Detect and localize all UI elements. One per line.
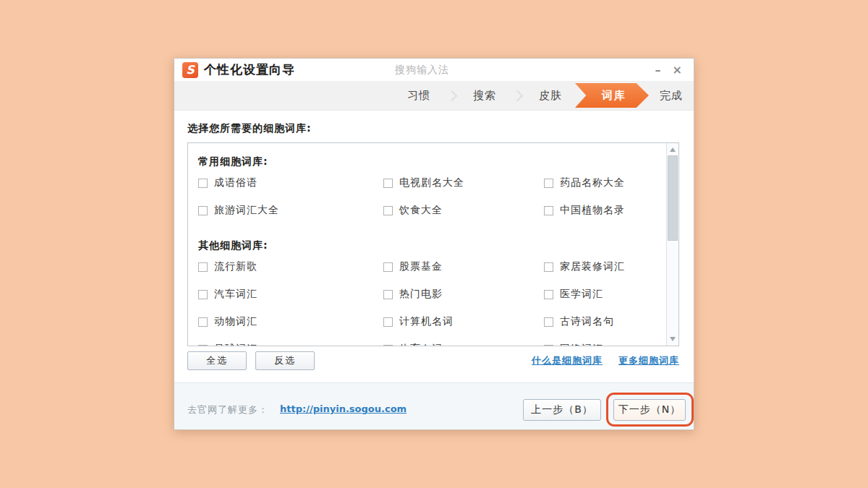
dictionary-option[interactable]: 成语俗语 [198,169,383,197]
dictionary-option-label: 体育名词 [399,343,443,346]
step-lexicon-active[interactable]: 词库 [575,83,649,108]
checkbox-unchecked-icon[interactable] [383,317,393,327]
scroll-down-icon[interactable] [667,333,678,345]
dictionary-option-label: 古诗词名句 [560,315,614,328]
step-skin[interactable]: 皮肤 [527,89,574,103]
dictionary-option[interactable]: 医学词汇 [544,281,666,308]
dictionary-option[interactable]: 电视剧名大全 [383,169,544,197]
dictionary-option[interactable]: 古诗词名句 [544,308,666,335]
checkbox-unchecked-icon[interactable] [544,179,553,188]
title-bar[interactable]: S 个性化设置向导 搜狗输入法 – × [174,59,694,81]
dictionary-option[interactable]: 家居装修词汇 [544,253,666,281]
dictionary-option-label: 网络词汇 [560,343,603,346]
section-title-other: 其他细胞词库: [188,237,666,253]
chevron-right-icon [446,90,458,101]
dictionary-option[interactable]: 体育名词 [383,335,544,346]
checkbox-unchecked-icon[interactable] [383,179,393,188]
dictionary-option[interactable]: 计算机名词 [383,308,544,335]
step-finish[interactable]: 完成 [650,89,692,103]
checkbox-unchecked-icon[interactable] [544,317,553,327]
checkbox-unchecked-icon[interactable] [383,262,393,272]
dictionary-option-label: 旅游词汇大全 [214,204,279,217]
dictionary-option[interactable]: 药品名称大全 [544,169,666,197]
content-area: 选择您所需要的细胞词库: 常用细胞词库: 成语俗语 电视剧名大全 药品名称大全 [174,111,694,384]
previous-step-button[interactable]: 上一步（B） [523,399,601,421]
other-dictionary-grid: 流行新歌 股票基金 家居装修词汇 汽车词汇 热门电影 [188,253,666,335]
checkbox-unchecked-icon[interactable] [383,345,393,347]
dictionary-option[interactable]: 热门电影 [383,281,544,308]
dictionary-option-label: 足球词汇 [214,343,258,346]
step-habits[interactable]: 习惯 [396,89,442,103]
checkbox-unchecked-icon[interactable] [383,290,393,299]
checkbox-unchecked-icon[interactable] [198,345,208,347]
dictionary-option[interactable]: 股票基金 [383,253,544,281]
sogou-logo-icon: S [182,62,198,78]
dictionary-option[interactable]: 饮食大全 [383,197,544,224]
what-is-cell-dict-link[interactable]: 什么是细胞词库 [532,354,603,367]
dictionary-option[interactable]: 旅游词汇大全 [198,197,383,224]
close-button[interactable]: × [673,64,682,76]
promo-text: 去官网了解更多： [187,403,268,416]
checkbox-unchecked-icon[interactable] [544,262,553,272]
scrollbar-thumb[interactable] [668,155,678,241]
checkbox-unchecked-icon[interactable] [544,206,553,215]
dictionary-option-label: 成语俗语 [214,176,258,189]
checkbox-unchecked-icon[interactable] [544,345,553,347]
dictionary-option-label: 电视剧名大全 [399,176,464,189]
checkbox-unchecked-icon[interactable] [198,206,208,215]
dictionary-option[interactable]: 中国植物名录 [544,197,666,224]
checkbox-unchecked-icon[interactable] [544,290,553,299]
vertical-scrollbar[interactable] [666,143,678,346]
scroll-up-icon[interactable] [667,144,678,155]
footer-bar: 去官网了解更多： http://pinyin.sogou.com 上一步（B） … [174,382,694,429]
invert-selection-button[interactable]: 反选 [255,351,315,370]
dictionary-listbox: 常用细胞词库: 成语俗语 电视剧名大全 药品名称大全 旅游词汇大全 [187,142,679,346]
dictionary-option[interactable]: 汽车词汇 [198,281,383,308]
dictionary-option-label: 家居装修词汇 [560,260,625,273]
dictionary-option[interactable]: 动物词汇 [198,308,383,335]
dictionary-option-label: 医学词汇 [560,288,603,301]
dictionary-option-label: 药品名称大全 [560,176,625,189]
wizard-window: S 个性化设置向导 搜狗输入法 – × 习惯 搜索 皮肤 词库 完成 选择您所需… [174,58,694,430]
dictionary-option-label: 中国植物名录 [560,204,625,217]
chevron-right-icon [512,90,524,101]
section-title-common: 常用细胞词库: [188,153,666,169]
step-search[interactable]: 搜索 [461,89,508,103]
page-title: 选择您所需要的细胞词库: [187,122,312,135]
window-title: 个性化设置向导 [204,61,295,78]
clipped-dictionary-row: 足球词汇 体育名词 网络词汇 [188,335,666,346]
select-all-button[interactable]: 全选 [187,351,247,370]
dictionary-option-label: 股票基金 [399,260,443,273]
checkbox-unchecked-icon[interactable] [198,179,208,188]
dictionary-option[interactable]: 网络词汇 [544,335,666,346]
official-site-link[interactable]: http://pinyin.sogou.com [280,403,407,414]
next-step-button[interactable]: 下一步（N） [613,399,686,421]
checkbox-unchecked-icon[interactable] [198,262,208,272]
common-dictionary-grid: 成语俗语 电视剧名大全 药品名称大全 旅游词汇大全 饮食大全 [188,169,666,224]
dictionary-option-label: 热门电影 [399,288,443,301]
more-cell-dict-link[interactable]: 更多细胞词库 [618,354,679,367]
checkbox-unchecked-icon[interactable] [198,290,208,299]
step-bar: 习惯 搜索 皮肤 词库 完成 [174,81,694,111]
dictionary-option-label: 汽车词汇 [214,288,258,301]
dictionary-option-label: 计算机名词 [399,315,454,328]
dictionary-option[interactable]: 足球词汇 [198,335,383,346]
checkbox-unchecked-icon[interactable] [198,317,208,327]
list-actions-row: 全选 反选 什么是细胞词库 更多细胞词库 [187,351,679,370]
dictionary-option[interactable]: 流行新歌 [198,253,383,281]
dictionary-option-label: 饮食大全 [399,204,443,217]
checkbox-unchecked-icon[interactable] [383,206,393,215]
dictionary-option-label: 流行新歌 [214,260,258,273]
minimize-button[interactable]: – [655,64,661,76]
dictionary-option-label: 动物词汇 [214,315,258,328]
window-subtitle: 搜狗输入法 [395,64,449,77]
